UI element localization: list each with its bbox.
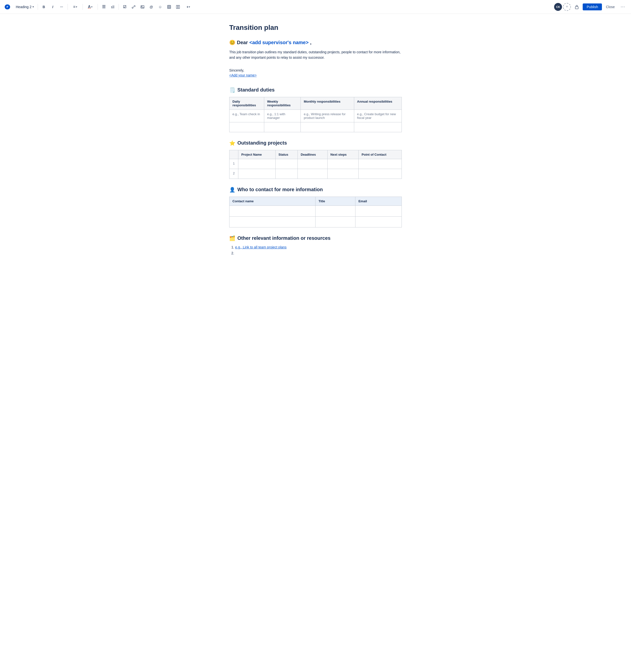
other-info-title: Other relevant information or resources [237,235,331,241]
heading-style-label: Heading 2 [16,5,31,9]
table-cell[interactable]: e.g., 1:1 with manager [264,110,301,122]
other-info-list: e.g., Link to all team project plans [235,245,402,257]
heading-style-dropdown[interactable]: Heading 2 ▾ [14,4,36,10]
avatar[interactable]: CK [554,3,562,11]
table-cell[interactable] [355,206,402,216]
italic-button[interactable]: I [49,3,57,11]
outstanding-projects-heading: ⭐ Outstanding projects [229,140,402,146]
table-button[interactable] [165,3,173,11]
emoji-button[interactable]: ☺ [156,3,164,11]
table-cell[interactable] [359,169,402,178]
table-cell[interactable] [229,216,316,227]
list-item[interactable] [235,251,402,257]
list-item-link[interactable]: e.g., Link to all team project plans [235,245,287,249]
add-name-placeholder[interactable]: <Add your name> [229,73,402,77]
layout-button[interactable] [174,3,182,11]
table-cell[interactable] [264,122,301,132]
align-chevron-icon: ▾ [76,6,77,8]
ordered-list-icon: 1. [111,5,115,9]
other-info-heading: 🗂️ Other relevant information or resourc… [229,235,402,241]
lock-button[interactable] [573,3,581,11]
link-button[interactable] [130,3,137,11]
svg-rect-12 [178,5,180,8]
outstanding-projects-table: Project Name Status Deadlines Next steps… [229,150,402,179]
table-row: e.g., Team check in e.g., 1:1 with manag… [229,110,402,122]
lock-icon [575,5,579,9]
table-cell[interactable] [298,159,328,169]
col-deadlines: Deadlines [298,150,328,159]
outstanding-projects-emoji: ⭐ [229,140,235,146]
table-cell[interactable] [327,159,359,169]
color-chevron-icon: ▾ [91,6,93,8]
col-point-of-contact: Point of Contact [359,150,402,159]
align-icon: ≡ [73,5,75,9]
bold-button[interactable]: B [40,3,48,11]
insert-chevron-icon: ▾ [189,6,190,8]
table-cell[interactable] [354,122,402,132]
greeting-placeholder[interactable]: <add supervisor's name> [249,40,308,45]
standard-duties-table: Daily responsibilities Weekly responsibi… [229,97,402,132]
color-a-icon: A [88,5,91,9]
more-options-button[interactable]: ··· [619,3,627,10]
table-cell[interactable] [359,159,402,169]
insert-more-button[interactable]: + ▾ [183,3,194,11]
table-header-row: Contact name Title Email [229,197,402,206]
table-cell[interactable] [298,169,328,178]
table-cell[interactable]: e.g., Team check in [229,110,264,122]
logo[interactable] [4,3,11,10]
mention-button[interactable]: @ [147,3,155,11]
table-cell[interactable]: e.g., Create budget for new fiscal year [354,110,402,122]
table-cell[interactable] [238,159,276,169]
table-cell[interactable] [229,206,316,216]
page-title[interactable]: Transition plan [229,24,402,31]
who-to-contact-table: Contact name Title Email [229,197,402,227]
col-annual: Annual responsibilities [354,97,402,110]
table-cell[interactable] [355,216,402,227]
close-button[interactable]: Close [604,3,617,10]
svg-rect-11 [176,5,178,8]
table-cell[interactable] [316,216,355,227]
table-cell[interactable] [316,206,355,216]
svg-rect-4 [141,5,144,8]
plus-icon: + [566,4,569,9]
svg-text:1.: 1. [111,6,113,9]
divider-2 [68,4,68,10]
heading-chevron-icon: ▾ [32,5,34,8]
add-collaborator-button[interactable]: + [563,3,571,11]
ordered-list-button[interactable]: 1. [109,3,117,11]
more-format-button[interactable]: ··· [58,3,66,11]
table-cell[interactable]: e.g., Writing press release for product … [301,110,354,122]
table-row [229,122,402,132]
divider-3 [82,4,83,10]
table-row: 2 [229,169,402,178]
align-button[interactable]: ≡ ▾ [70,3,81,11]
table-cell[interactable] [275,159,298,169]
layout-icon [176,5,180,9]
col-email: Email [355,197,402,206]
table-cell[interactable] [238,169,276,178]
image-button[interactable] [138,3,146,11]
table-row: 1 [229,159,402,169]
col-title: Title [316,197,355,206]
col-num [229,150,238,159]
col-project-name: Project Name [238,150,276,159]
col-next-steps: Next steps [327,150,359,159]
text-color-button[interactable]: A ▾ [85,3,96,11]
toolbar: Heading 2 ▾ B I ··· ≡ ▾ A ▾ ☰ 1. ☑ [0,0,631,14]
table-cell[interactable] [229,122,264,132]
col-contact-name: Contact name [229,197,316,206]
task-button[interactable]: ☑ [121,3,129,11]
table-header-row: Daily responsibilities Weekly responsibi… [229,97,402,110]
table-cell[interactable] [275,169,298,178]
table-icon [167,5,171,9]
publish-button[interactable]: Publish [583,3,602,10]
table-cell[interactable] [301,122,354,132]
bullet-list-button[interactable]: ☰ [100,3,108,11]
row-number: 2 [229,169,238,178]
row-number: 1 [229,159,238,169]
avatar-initials: CK [556,5,560,8]
table-header-row: Project Name Status Deadlines Next steps… [229,150,402,159]
list-item[interactable]: e.g., Link to all team project plans [235,245,402,249]
more-options-icon: ··· [621,4,625,9]
table-cell[interactable] [327,169,359,178]
